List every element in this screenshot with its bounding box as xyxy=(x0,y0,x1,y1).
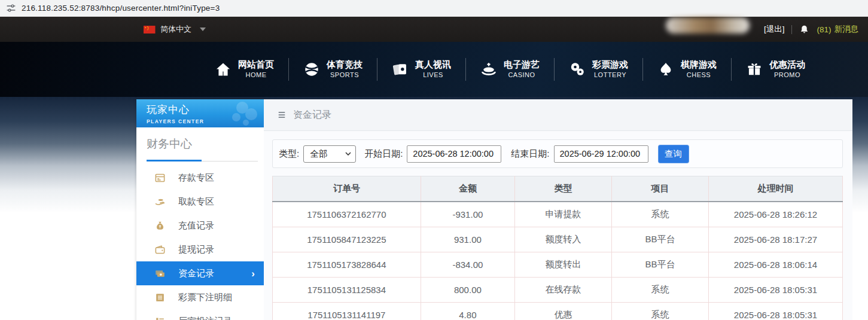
table-cell: 1751106372162770 xyxy=(273,202,421,227)
start-date-input[interactable] xyxy=(407,145,501,163)
notification-bell-icon[interactable] xyxy=(799,25,809,35)
column-header: 项目 xyxy=(612,176,709,202)
type-select-value: 全部 xyxy=(310,148,327,160)
language-selector[interactable]: 简体中文 xyxy=(144,17,206,42)
logout-button[interactable]: [退出] xyxy=(764,24,785,35)
nav-item-sports[interactable]: 体育竞技SPORTS xyxy=(289,59,377,79)
main-nav: 网站首页HOME体育竞技SPORTS真人视讯LIVES电子游艺CASINO彩票游… xyxy=(200,42,820,97)
caret-down-icon xyxy=(200,28,206,31)
table-cell: 系统 xyxy=(612,202,709,227)
nav-label-en: SPORTS xyxy=(327,71,363,79)
nav-label-zh: 棋牌游戏 xyxy=(681,59,717,71)
sidebar-item-money-bag[interactable]: 充值记录 xyxy=(136,214,264,237)
table-row: 1751105131125834800.00在线存款系统2025-06-28 1… xyxy=(273,278,843,303)
sports-ball-icon xyxy=(303,61,320,78)
table-cell: BB平台 xyxy=(612,227,709,252)
nav-item-lottery[interactable]: 彩票游戏LOTTERY xyxy=(555,59,642,79)
username-redacted-blur[interactable] xyxy=(666,17,750,33)
language-label: 简体中文 xyxy=(160,24,191,35)
sidebar-item-list[interactable]: 厅室投注记录 xyxy=(136,309,264,320)
sidebar-item-wallet[interactable]: 提现记录 xyxy=(136,237,264,261)
money-bag-icon xyxy=(154,220,166,231)
sidebar-item-label: 提现记录 xyxy=(178,244,214,255)
sidebar-item-banknotes[interactable]: 资金记录› xyxy=(136,261,264,285)
nav-item-text: 真人视讯LIVES xyxy=(415,59,451,79)
sidebar-item-withdraw-hand[interactable]: 取款专区 xyxy=(136,190,264,214)
main-banner: 网站首页HOME体育竞技SPORTS真人视讯LIVES电子游艺CASINO彩票游… xyxy=(0,42,868,97)
page-title: 资金记录 xyxy=(293,109,331,121)
select-caret-icon xyxy=(345,152,351,156)
sidebar-item-label: 厅室投注记录 xyxy=(178,316,232,320)
nav-label-zh: 电子游艺 xyxy=(504,59,540,71)
table-cell: 系统 xyxy=(612,278,709,303)
nav-item-text: 优惠活动PROMO xyxy=(769,59,805,79)
nav-label-zh: 体育竞技 xyxy=(327,59,363,71)
type-select[interactable]: 全部 xyxy=(303,145,356,163)
withdraw-hand-icon xyxy=(154,196,166,208)
nav-label-zh: 优惠活动 xyxy=(769,59,805,71)
filter-bar: 类型: 全部 开始日期: 结束日期: 查询 xyxy=(272,139,843,168)
table-cell: 800.00 xyxy=(421,278,514,303)
sidebar-menu: 存款专区取款专区充值记录提现记录资金记录›彩票下注明细厅室投注记录 xyxy=(136,166,264,320)
table-cell: -931.00 xyxy=(421,202,514,227)
end-date-label: 结束日期: xyxy=(511,148,549,160)
nav-item-promo[interactable]: 优惠活动PROMO xyxy=(732,59,820,79)
page-background: 玩家中心 PLAYERS CENTER 财务中心 存款专区取款专区充值记录提现记… xyxy=(0,97,868,320)
home-icon xyxy=(215,61,232,78)
nav-item-text: 电子游艺CASINO xyxy=(504,59,540,79)
roulette-icon xyxy=(480,61,497,78)
nav-item-casino[interactable]: 电子游艺CASINO xyxy=(466,59,554,79)
table-cell: 额度转入 xyxy=(515,227,612,252)
nav-item-text: 体育竞技SPORTS xyxy=(327,59,363,79)
table-cell: 4.80 xyxy=(421,303,514,320)
lottery-balls-icon xyxy=(569,61,586,78)
search-button[interactable]: 查询 xyxy=(658,145,689,163)
table-cell: 1751105131141197 xyxy=(273,303,421,320)
list-icon xyxy=(154,316,166,320)
nav-label-en: PROMO xyxy=(769,71,805,79)
sidebar-header: 玩家中心 PLAYERS CENTER xyxy=(136,99,264,127)
nav-item-chess[interactable]: 棋牌游戏CHESS xyxy=(643,59,731,79)
sidebar-item-label: 存款专区 xyxy=(178,172,214,184)
start-date-label: 开始日期: xyxy=(364,148,403,160)
message-label: 新消息 xyxy=(835,24,859,35)
table-header-row: 订单号金额类型项目处理时间 xyxy=(273,176,843,202)
table-cell: 优惠 xyxy=(515,303,612,320)
table-row: 17511051311411974.80优惠系统2025-06-28 18:05… xyxy=(273,303,843,320)
spade-icon xyxy=(657,61,674,78)
message-count: (81) xyxy=(817,25,831,34)
nav-item-lives[interactable]: 真人视讯LIVES xyxy=(377,59,465,79)
end-date-input[interactable] xyxy=(554,145,648,163)
top-bar: 简体中文 [退出] (81) 新消息 xyxy=(0,17,868,42)
nav-item-text: 棋牌游戏CHESS xyxy=(681,59,717,79)
table-cell: 2025-06-28 18:05:31 xyxy=(709,278,843,303)
table-cell: 1751105173828644 xyxy=(273,252,421,278)
sidebar-item-label: 充值记录 xyxy=(178,220,214,231)
type-label: 类型: xyxy=(279,148,299,160)
chevron-right-icon: › xyxy=(251,269,255,279)
browser-url-bar: 216.118.235.52:8783/hhcp/usercenter.html… xyxy=(0,0,868,17)
deposit-card-icon xyxy=(154,172,166,184)
table-cell: 在线存款 xyxy=(515,278,612,303)
site-settings-icon[interactable] xyxy=(6,3,16,13)
column-header: 金额 xyxy=(421,176,514,202)
table-cell: -834.00 xyxy=(421,252,514,278)
gift-icon xyxy=(746,61,763,78)
sidebar-item-deposit-card[interactable]: 存款专区 xyxy=(136,166,264,190)
table-row: 1751105173828644-834.00额度转出BB平台2025-06-2… xyxy=(273,252,843,278)
url-text[interactable]: 216.118.235.52:8783/hhcp/usercenter.html… xyxy=(22,4,220,13)
nav-label-en: LIVES xyxy=(415,71,451,79)
new-messages[interactable]: (81) 新消息 xyxy=(817,24,858,35)
sidebar-item-label: 资金记录 xyxy=(178,268,214,279)
menu-hamburger-icon[interactable] xyxy=(277,111,287,119)
sidebar-item-label: 彩票下注明细 xyxy=(178,292,232,303)
sidebar-item-document[interactable]: 彩票下注明细 xyxy=(136,285,264,309)
column-header: 类型 xyxy=(515,176,612,202)
table-cell: 931.00 xyxy=(421,227,514,252)
nav-label-en: HOME xyxy=(238,71,274,79)
document-icon xyxy=(154,292,166,303)
section-underline xyxy=(147,160,258,161)
table-cell: 1751105847123225 xyxy=(273,227,421,252)
column-header: 处理时间 xyxy=(709,176,843,202)
nav-item-home[interactable]: 网站首页HOME xyxy=(200,59,288,79)
